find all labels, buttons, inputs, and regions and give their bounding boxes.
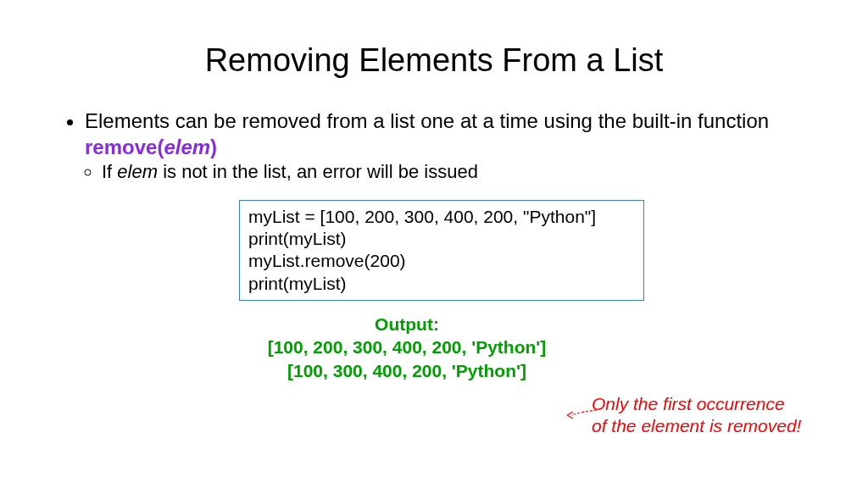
sub1-elem: elem — [117, 161, 158, 182]
code-line-3: myList.remove(200) — [248, 250, 635, 272]
code-line-2: print(myList) — [248, 228, 635, 250]
func-remove-close: ) — [210, 136, 217, 158]
func-remove-arg: elem — [164, 136, 210, 158]
note-line-1: Only the first occurrence — [592, 393, 829, 415]
code-line-1: myList = [100, 200, 300, 400, 200, "Pyth… — [248, 206, 635, 228]
code-line-4: print(myList) — [248, 273, 635, 295]
sub-bullet-1: If elem is not in the list, an error wil… — [102, 160, 809, 185]
sub1-suffix: is not in the list, an error will be iss… — [158, 161, 478, 182]
slide-title: Removing Elements From a List — [0, 42, 868, 79]
note-line-2: of the element is removed! — [592, 415, 829, 437]
code-example-box: myList = [100, 200, 300, 400, 200, "Pyth… — [239, 200, 644, 301]
output-line-1: [100, 200, 300, 400, 200, 'Python'] — [254, 336, 559, 358]
output-line-2: [100, 300, 400, 200, 'Python'] — [254, 359, 559, 382]
callout-note: Only the first occurrence of the element… — [592, 393, 829, 438]
output-label: Output: — [254, 313, 559, 336]
sub1-prefix: If — [102, 161, 117, 182]
output-block: Output: [100, 200, 300, 400, 200, 'Pytho… — [254, 313, 559, 382]
bullet-1-text: Elements can be removed from a list one … — [85, 109, 769, 132]
func-remove-open: remove( — [85, 136, 164, 158]
bullet-1: Elements can be removed from a list one … — [85, 108, 809, 185]
bullet-list: Elements can be removed from a list one … — [68, 108, 809, 185]
